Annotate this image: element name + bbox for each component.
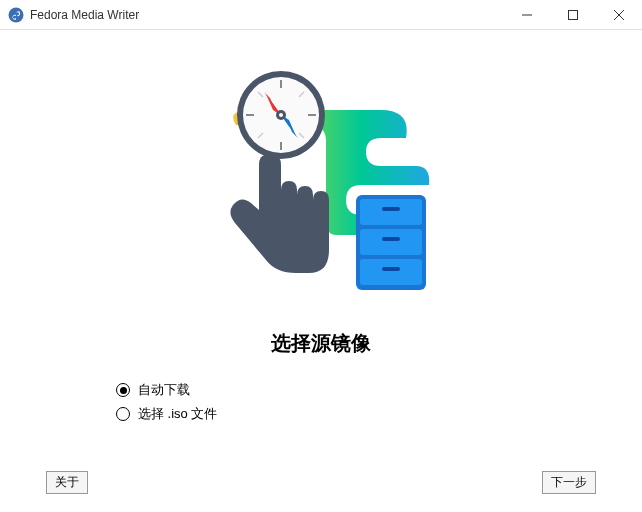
svg-rect-11	[382, 267, 400, 271]
svg-rect-10	[382, 237, 400, 241]
minimize-button[interactable]	[504, 0, 550, 30]
svg-rect-7	[360, 229, 422, 255]
app-icon	[8, 7, 24, 23]
footer: 关于 下一步	[0, 471, 642, 494]
next-button[interactable]: 下一步	[542, 471, 596, 494]
radio-auto-download[interactable]: 自动下载	[116, 381, 396, 399]
radio-select-iso[interactable]: 选择 .iso 文件	[116, 405, 396, 423]
svg-rect-8	[360, 259, 422, 285]
main-content: 选择源镜像 自动下载 选择 .iso 文件 关于 下一步	[0, 30, 642, 512]
page-title: 选择源镜像	[271, 330, 371, 357]
svg-point-29	[279, 113, 283, 117]
svg-rect-2	[569, 10, 578, 19]
window-title: Fedora Media Writer	[30, 8, 139, 22]
radio-label: 自动下载	[138, 381, 190, 399]
maximize-button[interactable]	[550, 0, 596, 30]
svg-rect-9	[382, 207, 400, 211]
source-options: 自动下载 选择 .iso 文件	[116, 381, 396, 423]
radio-label: 选择 .iso 文件	[138, 405, 217, 423]
titlebar: Fedora Media Writer	[0, 0, 642, 30]
radio-icon	[116, 383, 130, 397]
about-button[interactable]: 关于	[46, 471, 88, 494]
close-button[interactable]	[596, 0, 642, 30]
radio-icon	[116, 407, 130, 421]
illustration	[181, 70, 461, 300]
svg-rect-6	[360, 199, 422, 225]
